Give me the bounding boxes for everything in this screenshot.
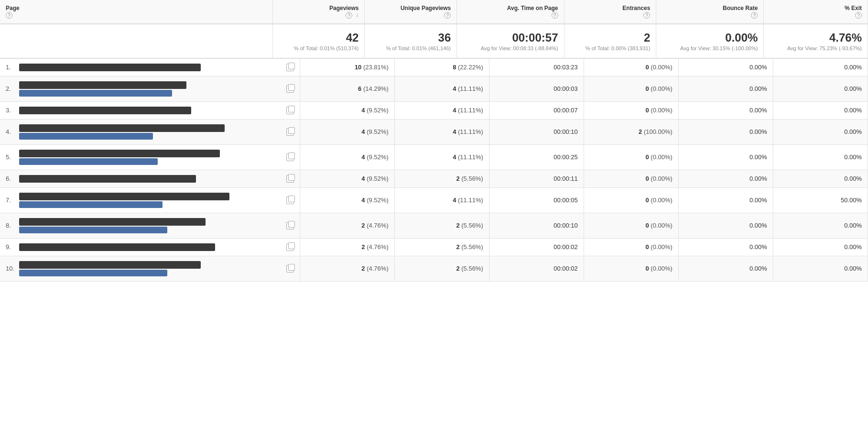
- bounce-rate-value: 0.00%: [749, 265, 767, 272]
- pageviews-value: 10: [355, 64, 361, 71]
- bounce-rate-value: 0.00%: [749, 243, 767, 251]
- bounce-rate-cell: 0.00%: [678, 76, 773, 101]
- summary-unique-pageviews: 36 % of Total: 0.01% (461,146): [365, 24, 457, 58]
- avg-time-value: 00:00:05: [553, 197, 578, 204]
- entrances-cell: 0 (0.00%): [584, 170, 678, 187]
- avg-time-value: 00:00:25: [553, 153, 578, 161]
- sort-icon[interactable]: ↓: [356, 11, 358, 18]
- bounce-rate-cell: 0.00%: [678, 213, 773, 238]
- page-link[interactable]: [19, 124, 281, 140]
- page-link[interactable]: [19, 175, 281, 183]
- page-link[interactable]: [19, 107, 281, 114]
- page-link[interactable]: [19, 193, 281, 208]
- page-cell-9: 9.: [0, 238, 300, 256]
- unique-pageviews-value: 4: [453, 107, 456, 114]
- pageviews-value: 4: [361, 153, 365, 161]
- entrances-pct: (0.00%): [651, 222, 673, 229]
- entrances-pct: (0.00%): [651, 153, 673, 161]
- pageviews-cell: 4 (9.52%): [300, 170, 394, 187]
- pageviews-value: 4: [361, 128, 365, 135]
- page-link[interactable]: [19, 150, 281, 165]
- avg-time-value: 00:00:11: [553, 175, 578, 182]
- copy-icon[interactable]: [286, 85, 294, 93]
- pageviews-cell: 2 (4.76%): [300, 238, 394, 256]
- entrances-help-icon[interactable]: ?: [643, 12, 650, 19]
- table-row: 5.4 (9.52%)4 (11.11%)00:00:250 (0.00%)0.…: [0, 144, 868, 170]
- bounce-rate-cell: 0.00%: [678, 170, 773, 187]
- page-link[interactable]: [19, 218, 281, 233]
- page-link[interactable]: [19, 64, 281, 71]
- unique-pageviews-value: 2: [456, 243, 459, 251]
- pageviews-cell: 4 (9.52%): [300, 187, 394, 213]
- copy-icon[interactable]: [286, 197, 294, 204]
- summary-pct-exit: 4.76% Avg for View: 75.23% (-93.67%): [764, 24, 868, 58]
- summary-bounce-rate-sub: Avg for View: 30.15% (-100.00%): [662, 45, 758, 51]
- pageviews-help-icon[interactable]: ?: [346, 12, 352, 19]
- unique-pageviews-pct: (22.22%): [458, 64, 483, 71]
- copy-icon[interactable]: [286, 153, 294, 161]
- pct-exit-value: 0.00%: [844, 153, 862, 161]
- pageviews-pct: (4.76%): [367, 265, 389, 272]
- unique-pageviews-pct: (5.56%): [461, 175, 483, 182]
- copy-icon[interactable]: [286, 175, 294, 183]
- unique-pageviews-value: 8: [453, 64, 456, 71]
- pageviews-value: 4: [361, 197, 365, 204]
- copy-icon[interactable]: [286, 107, 294, 114]
- pct-exit-cell: 0.00%: [773, 213, 868, 238]
- summary-pageviews-sub: % of Total: 0.01% (510,374): [279, 45, 359, 51]
- unique-pageviews-pct: (11.11%): [458, 85, 483, 92]
- copy-icon[interactable]: [286, 64, 294, 71]
- summary-pct-exit-sub: Avg for View: 75.23% (-93.67%): [770, 45, 862, 51]
- redacted-bar: [19, 227, 167, 233]
- pageviews-cell: 4 (9.52%): [300, 119, 394, 144]
- redacted-bar: [19, 261, 201, 269]
- pageviews-value: 2: [361, 265, 365, 272]
- avg-time-value: 00:00:07: [553, 107, 578, 114]
- pageviews-column-header: Pageviews ? ↓: [272, 0, 365, 24]
- bounce-rate-help-icon[interactable]: ?: [751, 12, 758, 19]
- pct-exit-value: 0.00%: [844, 243, 862, 251]
- avg-time-cell: 00:00:02: [489, 256, 584, 281]
- unique-pageviews-cell: 4 (11.11%): [394, 76, 489, 101]
- entrances-pct: (0.00%): [651, 265, 673, 272]
- redacted-bar: [19, 243, 215, 251]
- unique-pageviews-help-icon[interactable]: ?: [444, 12, 451, 19]
- page-cell-5: 5.: [0, 144, 300, 170]
- avg-time-help-icon[interactable]: ?: [552, 12, 558, 19]
- pct-exit-value: 0.00%: [844, 265, 862, 272]
- avg-time-cell: 00:00:03: [489, 76, 584, 101]
- unique-pageviews-value: 4: [453, 197, 456, 204]
- entrances-pct: (0.00%): [651, 243, 673, 251]
- bounce-rate-value: 0.00%: [749, 128, 767, 135]
- copy-icon[interactable]: [286, 128, 294, 136]
- avg-time-cell: 00:00:05: [489, 187, 584, 213]
- redacted-bar: [19, 175, 196, 183]
- table-row: 3.4 (9.52%)4 (11.11%)00:00:070 (0.00%)0.…: [0, 101, 868, 119]
- avg-time-value: 00:03:23: [553, 64, 578, 71]
- unique-pageviews-cell: 8 (22.22%): [394, 59, 489, 76]
- entrances-value: 0: [645, 243, 649, 251]
- summary-unique-main: 36: [370, 31, 451, 44]
- pct-exit-help-icon[interactable]: ?: [855, 12, 862, 19]
- entrances-pct: (0.00%): [651, 85, 673, 92]
- unique-pageviews-cell: 2 (5.56%): [394, 170, 489, 187]
- copy-icon[interactable]: [286, 265, 294, 273]
- copy-icon[interactable]: [286, 243, 294, 251]
- pageviews-col-title: Pageviews: [279, 5, 359, 11]
- page-link[interactable]: [19, 243, 281, 251]
- pageviews-pct: (4.76%): [367, 243, 389, 251]
- copy-icon[interactable]: [286, 222, 294, 229]
- pageviews-pct: (9.52%): [367, 197, 389, 204]
- summary-row: 42 % of Total: 0.01% (510,374) 36 % of T…: [0, 24, 868, 58]
- page-link[interactable]: [19, 81, 281, 97]
- page-help-icon[interactable]: ?: [6, 12, 12, 19]
- bounce-rate-value: 0.00%: [749, 153, 767, 161]
- table-row: 8.2 (4.76%)2 (5.56%)00:00:100 (0.00%)0.0…: [0, 213, 868, 238]
- pct-exit-cell: 0.00%: [773, 238, 868, 256]
- unique-pageviews-pct: (5.56%): [461, 265, 483, 272]
- avg-time-cell: 00:03:23: [489, 59, 584, 76]
- pct-exit-value: 0.00%: [844, 107, 862, 114]
- page-link[interactable]: [19, 261, 281, 276]
- redacted-bar: [19, 90, 172, 97]
- pct-exit-value: 0.00%: [844, 175, 862, 182]
